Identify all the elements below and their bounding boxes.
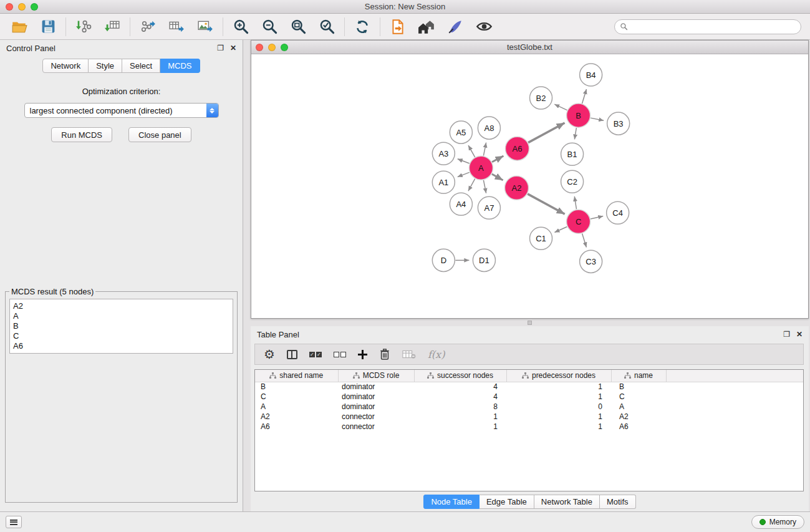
table-row[interactable]: Adominator80A: [255, 402, 803, 412]
horizontal-splitter[interactable]: [251, 319, 809, 326]
graph-edge-A-A7[interactable]: [483, 180, 486, 193]
graph-edge-A-A5[interactable]: [468, 145, 475, 157]
column-header-shared-name[interactable]: shared name: [255, 370, 338, 382]
table-cell[interactable]: A2: [611, 412, 666, 422]
graph-edge-B-B1[interactable]: [574, 128, 576, 140]
table-cell[interactable]: connector: [338, 422, 414, 432]
close-table-panel-icon[interactable]: ✕: [796, 331, 803, 338]
table-row[interactable]: A6connector11A6: [255, 422, 803, 432]
memory-button[interactable]: Memory: [751, 515, 804, 529]
graph-edge-B-B2[interactable]: [554, 104, 567, 110]
graph-edge-A-A8[interactable]: [483, 143, 486, 156]
table-cell[interactable]: C: [611, 392, 666, 402]
table-cell[interactable]: A6: [611, 422, 666, 432]
open-session-button[interactable]: [10, 17, 29, 36]
delete-column-button[interactable]: [379, 347, 390, 362]
import-network-from-file-button[interactable]: [74, 17, 93, 36]
column-header-name[interactable]: name: [611, 370, 666, 382]
optimization-criterion-select[interactable]: largest connected component (directed): [24, 103, 219, 118]
zoom-fit-button[interactable]: [289, 17, 307, 36]
float-panel-icon[interactable]: ❐: [217, 44, 224, 52]
table-cell[interactable]: 8: [414, 402, 506, 412]
select-all-columns-button[interactable]: ✓✓: [309, 347, 322, 362]
network-window-titlebar[interactable]: testGlobe.txt: [251, 41, 808, 54]
show-hide-panel-button[interactable]: [475, 17, 493, 36]
network-canvas[interactable]: B4B2BB3A8A5A6A3B1AC2A1A2A4A7C4CC1DD1C3: [251, 54, 808, 318]
column-header-predecessor-nodes[interactable]: predecessor nodes: [506, 370, 611, 382]
task-history-button[interactable]: [6, 516, 22, 528]
network-minimize-button[interactable]: [268, 44, 276, 51]
tab-motifs[interactable]: Motifs: [600, 495, 636, 509]
table-cell[interactable]: 4: [414, 382, 506, 392]
graph-edge-A-A2[interactable]: [492, 174, 503, 180]
table-cell[interactable]: 1: [506, 422, 611, 432]
table-cell[interactable]: 1: [414, 412, 506, 422]
table-cell[interactable]: 1: [414, 422, 506, 432]
graph-edge-C-C1[interactable]: [554, 227, 567, 233]
import-table-from-file-button[interactable]: [103, 17, 122, 36]
export-network-button[interactable]: [138, 17, 157, 36]
table-cell[interactable]: A6: [255, 422, 338, 432]
network-close-button[interactable]: [256, 44, 263, 51]
graph-edge-A-A3[interactable]: [458, 159, 470, 163]
tab-style[interactable]: Style: [89, 59, 122, 73]
function-builder-button[interactable]: f(x): [428, 347, 445, 362]
graph-edge-A6-B[interactable]: [528, 123, 564, 143]
table-cell[interactable]: 1: [506, 382, 611, 392]
first-neighbors-button[interactable]: [388, 17, 407, 36]
welcome-screen-button[interactable]: [417, 17, 436, 36]
mcds-result-item[interactable]: C: [13, 331, 229, 341]
mcds-result-item[interactable]: A6: [13, 341, 229, 351]
table-settings-button[interactable]: ⚙: [264, 347, 275, 362]
graph-edge-A-A1[interactable]: [458, 172, 470, 177]
deselect-all-columns-button[interactable]: [334, 347, 346, 362]
table-cell[interactable]: B: [611, 382, 666, 392]
annotation-pen-button[interactable]: [446, 17, 465, 36]
float-table-panel-icon[interactable]: ❐: [783, 331, 790, 338]
graph-edge-C-C3[interactable]: [582, 233, 587, 247]
create-column-button[interactable]: [358, 347, 367, 362]
save-session-button[interactable]: [39, 17, 57, 36]
tab-node-table[interactable]: Node Table: [423, 495, 480, 509]
export-table-button[interactable]: [167, 17, 186, 36]
search-input[interactable]: [631, 22, 796, 31]
graph-edge-A-A6[interactable]: [492, 156, 503, 162]
graph-edge-C-C2[interactable]: [574, 196, 576, 210]
table-cell[interactable]: A: [611, 402, 666, 412]
table-cell[interactable]: dominator: [338, 392, 414, 402]
table-row[interactable]: Bdominator41B: [255, 382, 803, 392]
table-row[interactable]: Cdominator41C: [255, 392, 803, 402]
run-mcds-button[interactable]: Run MCDS: [51, 127, 112, 142]
mcds-result-list[interactable]: A2ABCA6: [9, 299, 233, 354]
column-header-successor-nodes[interactable]: successor nodes: [414, 370, 506, 382]
graph-edge-C-C4[interactable]: [591, 216, 603, 219]
mcds-result-item[interactable]: A2: [13, 301, 229, 311]
show-columns-button[interactable]: [287, 347, 297, 362]
table-cell[interactable]: 4: [414, 392, 506, 402]
graph-edge-B-B4[interactable]: [582, 89, 586, 104]
table-cell[interactable]: B: [255, 382, 338, 392]
table-cell[interactable]: 1: [506, 392, 611, 402]
table-row[interactable]: A2connector11A2: [255, 412, 803, 422]
zoom-in-button[interactable]: [231, 17, 250, 36]
close-panel-button[interactable]: Close panel: [128, 127, 191, 142]
network-graph[interactable]: B4B2BB3A8A5A6A3B1AC2A1A2A4A7C4CC1DD1C3: [251, 54, 808, 318]
tab-select[interactable]: Select: [122, 59, 160, 73]
close-window-button[interactable]: [6, 3, 13, 11]
tab-network[interactable]: Network: [42, 59, 89, 73]
apply-layout-button[interactable]: [353, 17, 372, 36]
zoom-out-button[interactable]: [260, 17, 279, 36]
table-cell[interactable]: 1: [506, 412, 611, 422]
node-table[interactable]: shared nameMCDS rolesuccessor nodesprede…: [254, 369, 804, 491]
graph-edge-A-A4[interactable]: [468, 179, 475, 191]
table-cell[interactable]: dominator: [338, 402, 414, 412]
table-cell[interactable]: 0: [506, 402, 611, 412]
table-cell[interactable]: dominator: [338, 382, 414, 392]
table-cell[interactable]: A: [255, 402, 338, 412]
column-header-mcds-role[interactable]: MCDS role: [338, 370, 414, 382]
graph-edge-B-B3[interactable]: [591, 118, 604, 120]
zoom-window-button[interactable]: [31, 3, 38, 11]
mcds-result-item[interactable]: A: [13, 311, 229, 321]
tab-mcds[interactable]: MCDS: [160, 59, 200, 73]
tab-network-table[interactable]: Network Table: [534, 495, 600, 509]
